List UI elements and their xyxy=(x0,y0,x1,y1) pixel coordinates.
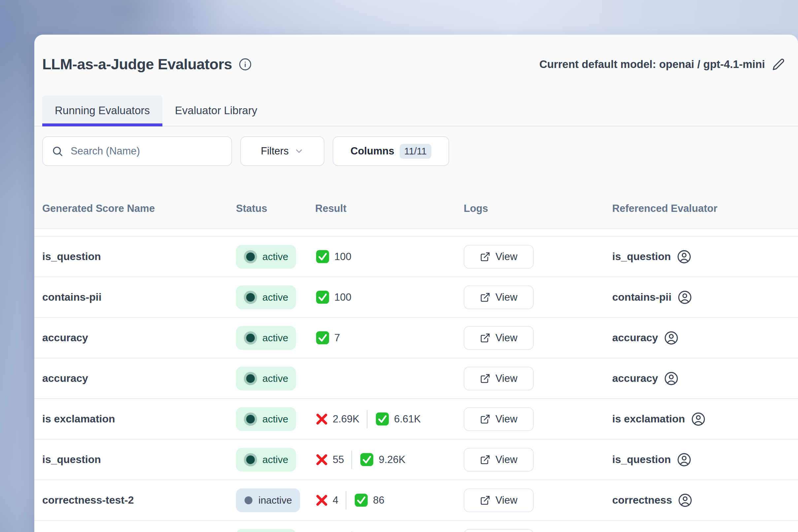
status-label: active xyxy=(262,292,288,303)
info-icon[interactable] xyxy=(239,58,252,71)
external-link-icon xyxy=(480,332,490,343)
tab-bar: Running Evaluators Evaluator Library xyxy=(34,95,798,127)
pass-count: 9.26K xyxy=(359,452,405,467)
logs-cell: View xyxy=(464,489,612,512)
pass-check-icon xyxy=(315,290,330,305)
pass-count: 100 xyxy=(315,290,352,305)
user-circle-icon xyxy=(664,371,679,386)
pass-check-icon xyxy=(354,493,369,508)
edit-pencil-icon[interactable] xyxy=(772,58,785,71)
status-cell: active xyxy=(236,245,315,269)
referenced-evaluator-name: contains-pii xyxy=(612,291,671,303)
table-row: is_questionactive100Viewis_question xyxy=(34,236,798,277)
view-logs-button[interactable]: View xyxy=(464,448,534,472)
user-circle-icon xyxy=(678,493,692,508)
evaluators-panel: LLM-as-a-Judge Evaluators Current defaul… xyxy=(34,35,798,532)
view-logs-button[interactable]: View xyxy=(464,489,534,512)
score-name-cell: is_question xyxy=(42,250,236,263)
pass-count: 7 xyxy=(315,330,340,345)
status-badge: active xyxy=(236,367,296,391)
status-label: active xyxy=(262,373,288,384)
partial-scrolled-row xyxy=(34,229,798,236)
referenced-evaluator-name: is_question xyxy=(612,453,671,466)
fail-cross-icon xyxy=(315,494,328,507)
referenced-evaluator-name: correctness xyxy=(612,494,672,506)
score-name-cell: contains-pii xyxy=(42,291,236,303)
toolbar: Filters Columns 11/11 xyxy=(34,136,798,166)
view-logs-button[interactable]: View xyxy=(464,285,534,309)
status-badge: active xyxy=(236,529,296,532)
view-label: View xyxy=(495,454,517,466)
logs-cell: View xyxy=(464,448,612,472)
view-label: View xyxy=(495,494,517,506)
score-name-cell: accuracy xyxy=(42,332,236,344)
referenced-evaluator-name: accuracy xyxy=(612,332,658,344)
view-label: View xyxy=(495,373,517,384)
table-row: contains-piiactive5413.16KViewcontains-p… xyxy=(34,521,798,532)
result-divider xyxy=(345,491,346,510)
score-name-cell: is_question xyxy=(42,453,236,466)
pass-count-value: 7 xyxy=(334,332,340,344)
status-cell: active xyxy=(236,448,315,472)
logs-cell: View xyxy=(464,285,612,309)
filters-button[interactable]: Filters xyxy=(240,136,324,166)
col-header-result: Result xyxy=(315,203,464,214)
search-input[interactable] xyxy=(70,145,223,157)
view-label: View xyxy=(495,413,517,425)
view-logs-button[interactable]: View xyxy=(464,407,534,431)
referenced-evaluator-cell: is_question xyxy=(612,453,798,467)
tab-running-evaluators[interactable]: Running Evaluators xyxy=(42,95,163,126)
status-cell: active xyxy=(236,407,315,431)
table-row: accuracyactive7Viewaccuracy xyxy=(34,318,798,358)
referenced-evaluator-cell: is exclamation xyxy=(612,412,798,426)
table-row: is_questionactive559.26KViewis_question xyxy=(34,440,798,480)
pass-count: 86 xyxy=(354,493,384,508)
tab-evaluator-library[interactable]: Evaluator Library xyxy=(163,95,270,126)
external-link-icon xyxy=(480,251,490,262)
user-circle-icon xyxy=(677,453,691,467)
fail-cross-icon xyxy=(315,413,328,426)
status-badge: active xyxy=(236,448,296,472)
pass-check-icon xyxy=(315,249,330,264)
view-logs-button[interactable]: View xyxy=(464,326,534,350)
user-circle-icon xyxy=(691,412,706,426)
view-label: View xyxy=(495,332,517,344)
status-label: active xyxy=(262,251,288,262)
external-link-icon xyxy=(480,373,490,384)
external-link-icon xyxy=(480,292,490,303)
filters-label: Filters xyxy=(261,145,288,157)
result-divider xyxy=(351,451,352,469)
page-title: LLM-as-a-Judge Evaluators xyxy=(42,56,232,73)
table-row: correctness-test-2inactive486Viewcorrect… xyxy=(34,480,798,521)
status-badge: active xyxy=(236,326,296,350)
score-name-cell: correctness-test-2 xyxy=(42,494,236,506)
search-box[interactable] xyxy=(42,136,232,166)
view-logs-button[interactable]: View xyxy=(464,245,534,269)
logs-cell: View xyxy=(464,407,612,431)
result-cell: 559.26K xyxy=(315,451,464,469)
external-link-icon xyxy=(480,454,490,465)
status-cell: active xyxy=(236,529,315,532)
fail-count: 55 xyxy=(315,453,344,466)
status-dot-icon xyxy=(246,455,255,464)
user-circle-icon xyxy=(664,331,679,345)
status-label: active xyxy=(262,454,288,466)
score-name-cell: is exclamation xyxy=(42,413,236,425)
status-badge: inactive xyxy=(236,489,300,512)
status-dot-icon xyxy=(246,252,255,261)
pass-count: 100 xyxy=(315,249,352,264)
status-label: inactive xyxy=(259,495,292,506)
columns-button[interactable]: Columns 11/11 xyxy=(332,136,449,166)
fail-cross-icon xyxy=(315,453,328,466)
col-header-referenced-evaluator: Referenced Evaluator xyxy=(612,203,798,214)
logs-cell: View xyxy=(464,245,612,269)
result-cell: 7 xyxy=(315,330,464,345)
fail-count: 4 xyxy=(315,494,338,507)
status-cell: inactive xyxy=(236,489,315,512)
default-model-label: Current default model: openai / gpt-4.1-… xyxy=(539,58,765,71)
table-row: contains-piiactive100Viewcontains-pii xyxy=(34,277,798,318)
view-logs-button[interactable]: View xyxy=(464,529,534,532)
columns-count-badge: 11/11 xyxy=(400,144,431,159)
view-logs-button[interactable]: View xyxy=(464,367,534,391)
fail-count-value: 2.69K xyxy=(332,413,359,425)
